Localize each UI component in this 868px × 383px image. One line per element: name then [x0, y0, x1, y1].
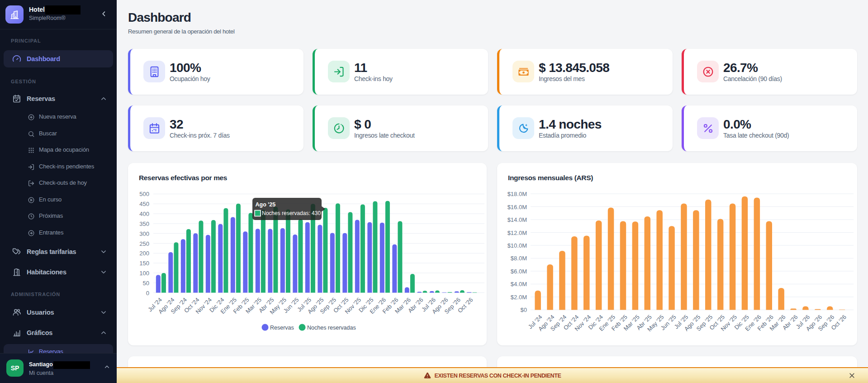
- svg-text:Noches reservadas: Noches reservadas: [307, 325, 356, 331]
- svg-text:300: 300: [139, 230, 149, 237]
- svg-text:$14.0M: $14.0M: [508, 216, 527, 223]
- svg-text:Noches reservadas: 430: Noches reservadas: 430: [262, 210, 321, 216]
- svg-text:$18.0M: $18.0M: [508, 191, 527, 197]
- svg-text:$4.0M: $4.0M: [511, 281, 527, 287]
- svg-text:250: 250: [139, 240, 149, 247]
- svg-text:Ago '25: Ago '25: [256, 201, 276, 208]
- svg-text:$12.0M: $12.0M: [508, 230, 527, 236]
- svg-text:Reservas: Reservas: [270, 325, 294, 331]
- svg-text:$8.0M: $8.0M: [511, 255, 527, 262]
- svg-text:0: 0: [146, 290, 149, 297]
- svg-text:$10.0M: $10.0M: [508, 242, 527, 249]
- svg-text:$0: $0: [521, 306, 527, 313]
- svg-text:450: 450: [139, 201, 149, 207]
- svg-text:$16.0M: $16.0M: [508, 204, 527, 211]
- svg-text:500: 500: [139, 191, 149, 197]
- svg-text:150: 150: [139, 260, 149, 267]
- svg-text:50: 50: [143, 280, 149, 287]
- svg-text:200: 200: [139, 250, 149, 257]
- svg-text:$6.0M: $6.0M: [511, 268, 527, 275]
- svg-text:$2.0M: $2.0M: [511, 294, 527, 301]
- svg-text:400: 400: [139, 211, 149, 217]
- svg-text:100: 100: [139, 270, 149, 277]
- svg-text:350: 350: [139, 220, 149, 227]
